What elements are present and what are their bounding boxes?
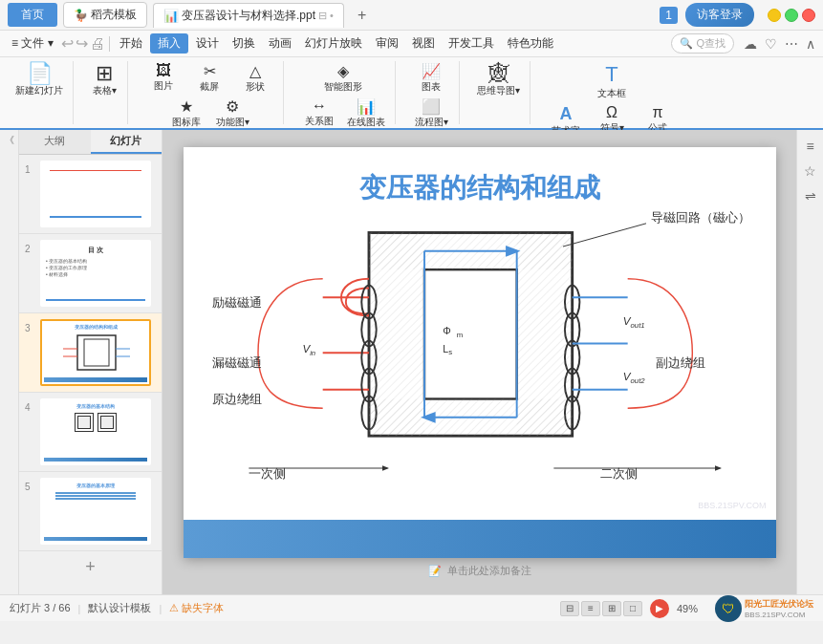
relation-button[interactable]: ↔ 关系图 — [297, 97, 341, 130]
right-panel: ≡ ☆ ⇌ — [796, 130, 823, 594]
file-tab[interactable]: 📊 变压器设计与材料选择.ppt ⊟ • — [153, 3, 344, 28]
menu-design[interactable]: 设计 — [190, 32, 225, 54]
login-button[interactable]: 访客登录 — [685, 3, 754, 27]
svg-text:Φ: Φ — [443, 324, 450, 335]
slide-thumb-2[interactable]: 2 目 次 • 变压器的基本结构 • 变压器的工作原理 • 材料选择 — [19, 234, 162, 313]
search-label: Q查找 — [696, 36, 726, 51]
home-tab[interactable]: 首页 — [8, 3, 57, 27]
text-group: T 文本框 A 艺术字 Ω 符号▾ π 公式 — [538, 61, 685, 124]
slide-panel: 大纲 幻灯片 1 2 目 次 • 变压器的基本结构 • 变压器的工作原 — [19, 130, 162, 594]
online-chart-button[interactable]: 📊 在线图表 — [343, 97, 389, 130]
formula-icon: π — [652, 104, 662, 121]
shape-button[interactable]: △ 形状 — [233, 61, 277, 95]
view-btn-1[interactable]: ⊟ — [560, 601, 579, 616]
view-btn-3[interactable]: ⊞ — [602, 601, 621, 616]
menu-view[interactable]: 视图 — [406, 32, 441, 54]
menu-start[interactable]: 开始 — [114, 32, 148, 54]
menu-review[interactable]: 审阅 — [370, 32, 404, 54]
new-slide-button[interactable]: 📄 新建幻灯片 — [11, 61, 67, 99]
svg-text:Ls: Ls — [443, 343, 452, 356]
title-bar-left: 首页 🦆 稻壳模板 📊 变压器设计与材料选择.ppt ⊟ • + — [8, 2, 366, 28]
note-text: 单击此处添加备注 — [447, 564, 531, 578]
add-tab-button[interactable]: + — [357, 7, 366, 24]
font-warning[interactable]: ⚠ 缺失字体 — [169, 601, 224, 615]
add-slide-button[interactable]: + — [19, 551, 162, 583]
menu-slideshow[interactable]: 幻灯片放映 — [299, 32, 368, 54]
diagram-area: Vin Vout1 Vout2 Φ m Ls 导磁回路（磁心） 励磁磁通 漏磁磁… — [203, 204, 757, 510]
svg-text:漏磁磁通: 漏磁磁通 — [211, 355, 261, 369]
image-group: 🖼 图片 ✂ 截屏 △ 形状 ★ 图标库 ⚙ 功能图▾ — [136, 61, 284, 124]
menu-special[interactable]: 特色功能 — [502, 32, 559, 54]
view-btn-2[interactable]: ≡ — [581, 601, 600, 616]
slide-thumb-5[interactable]: 5 变压器的基本原理 — [19, 472, 162, 551]
menu-extra-icons: ☁ ♡ ⋯ ∧ — [742, 34, 817, 54]
textbox-button[interactable]: T 文本框 — [590, 61, 634, 101]
maximize-button[interactable] — [785, 9, 798, 22]
status-left: 幻灯片 3 / 66 | 默认设计模板 | ⚠ 缺失字体 — [10, 601, 224, 615]
chart-group: 📈 图表 ⬜ 流程图▾ — [403, 61, 460, 124]
cloud-icon[interactable]: ☁ — [742, 34, 759, 54]
chart-button[interactable]: 📈 图表 — [409, 61, 453, 95]
menu-print[interactable]: 🖨 — [90, 35, 105, 53]
slides-tab[interactable]: 幻灯片 — [91, 130, 162, 154]
table-button[interactable]: ⊞ 表格▾ — [87, 61, 121, 99]
smart-shape-button[interactable]: ◈ 智能图形 — [320, 61, 366, 95]
menu-devtools[interactable]: 开发工具 — [443, 32, 500, 54]
chart-row-2: ⬜ 流程图▾ — [409, 97, 453, 130]
svg-text:Vout1: Vout1 — [622, 314, 644, 330]
template-tab[interactable]: 🦆 稻壳模板 — [63, 2, 147, 28]
title-bar: 首页 🦆 稻壳模板 📊 变压器设计与材料选择.ppt ⊟ • + 1 访客登录 — [0, 0, 823, 31]
func-diagram-button[interactable]: ⚙ 功能图▾ — [210, 97, 254, 130]
flowchart-button[interactable]: ⬜ 流程图▾ — [409, 97, 453, 130]
svg-text:导磁回路（磁心）: 导磁回路（磁心） — [650, 209, 749, 224]
more-icon[interactable]: ⋯ — [783, 34, 800, 54]
slide-num-3: 3 — [25, 323, 36, 333]
slide-num-1: 1 — [25, 164, 36, 175]
slide-bottom-bar — [184, 520, 776, 558]
slide-note-area[interactable]: 📝 单击此处添加备注 — [184, 564, 776, 578]
slide-thumb-4[interactable]: 4 变压器的基本结构 — [19, 393, 162, 472]
close-button[interactable] — [802, 9, 815, 22]
new-slide-label: 新建幻灯片 — [15, 84, 63, 97]
menu-insert[interactable]: 插入 — [150, 33, 188, 54]
status-right: ⊟ ≡ ⊞ □ ▶ 49% 🛡 阳光工匠光伏论坛 BBS.21SPV.COM — [560, 595, 813, 622]
arttext-icon: A — [560, 104, 573, 124]
minimize-button[interactable] — [768, 9, 781, 22]
slide-num-5: 5 — [25, 482, 36, 492]
view-btn-4[interactable]: □ — [623, 601, 642, 616]
panel-tabs: 大纲 幻灯片 — [19, 130, 162, 155]
search-box[interactable]: 🔍 Q查找 — [671, 33, 734, 54]
play-button[interactable]: ▶ — [650, 599, 669, 618]
main-area: 《 大纲 幻灯片 1 2 目 次 • 变压器的基本结 — [0, 130, 823, 594]
right-panel-menu-btn[interactable]: ≡ — [800, 136, 821, 157]
table-icon: ⊞ — [96, 63, 113, 84]
icon-lib-button[interactable]: ★ 图标库 — [164, 97, 208, 130]
panel-toggle[interactable]: 《 — [0, 130, 19, 594]
right-panel-switch-btn[interactable]: ⇌ — [800, 185, 821, 206]
right-panel-star-btn[interactable]: ☆ — [800, 161, 821, 182]
svg-line-35 — [563, 223, 646, 246]
slide-info: 幻灯片 3 / 66 — [10, 601, 71, 615]
add-slide-icon: + — [85, 557, 96, 577]
heart-icon[interactable]: ♡ — [763, 34, 779, 54]
mindmap-button[interactable]: 🕸 思维导图▾ — [473, 61, 524, 99]
menu-file[interactable]: ≡ 文件 ▾ — [6, 32, 59, 54]
screenshot-button[interactable]: ✂ 截屏 — [187, 61, 231, 95]
mindmap-label: 思维导图▾ — [477, 84, 520, 97]
status-divider-2: | — [159, 603, 162, 614]
menu-redo[interactable]: ↪ — [76, 34, 88, 53]
chevron-up-icon[interactable]: ∧ — [804, 34, 817, 54]
zoom-level: 49% — [677, 603, 698, 614]
slide-canvas[interactable]: 变压器的结构和组成 — [184, 147, 776, 558]
func-diagram-icon: ⚙ — [226, 97, 239, 116]
slide-thumb-3[interactable]: 3 变压器的结构和组成 — [19, 313, 162, 393]
menu-animation[interactable]: 动画 — [263, 32, 297, 54]
svg-text:Vin: Vin — [302, 342, 315, 357]
image-button[interactable]: 🖼 图片 — [141, 61, 185, 95]
smart-group: ◈ 智能图形 ↔ 关系图 📊 在线图表 — [292, 61, 396, 124]
slide-thumb-1[interactable]: 1 — [19, 155, 162, 234]
outline-tab[interactable]: 大纲 — [19, 130, 91, 154]
menu-switch[interactable]: 切换 — [227, 32, 261, 54]
menu-undo[interactable]: ↩ — [61, 34, 74, 53]
smart-shape-icon: ◈ — [337, 62, 349, 80]
